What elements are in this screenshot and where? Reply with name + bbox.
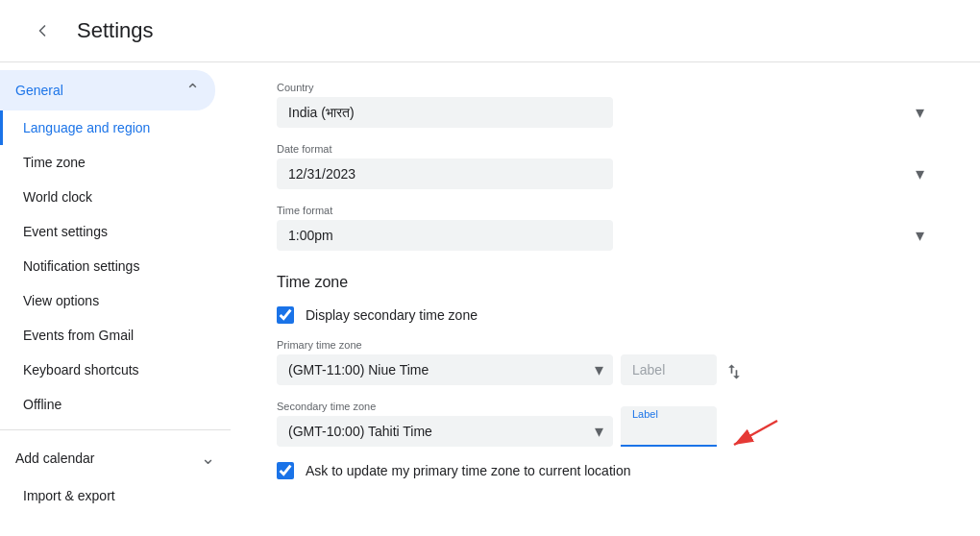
add-calendar-label: Add calendar [15,451,201,466]
sidebar-item-world-clock[interactable]: World clock [0,180,215,214]
sidebar-item-label: Language and region [23,120,150,135]
primary-label-button[interactable]: Label [621,354,717,385]
red-arrow-annotation [724,416,782,457]
display-secondary-label[interactable]: Display secondary time zone [306,307,478,323]
primary-timezone-select[interactable]: (GMT-11:00) Niue Time [277,354,613,385]
sidebar-general-label: General [15,83,63,98]
sidebar-item-label: Keyboard shortcuts [23,362,139,378]
sidebar-item-time-zone[interactable]: Time zone [0,145,215,180]
display-secondary-row: Display secondary time zone [277,306,934,324]
sidebar-add-calendar[interactable]: Add calendar ⌄ [0,438,231,478]
date-format-label: Date format [277,143,934,155]
secondary-label-field-label: Label [621,406,717,420]
sidebar-item-notification-settings[interactable]: Notification settings [0,249,215,283]
secondary-timezone-group: Secondary time zone (GMT-10:00) Tahiti T… [277,401,613,447]
sidebar-item-label: Event settings [23,224,108,239]
sidebar-item-label: Offline [23,397,61,412]
ask-update-label[interactable]: Ask to update my primary time zone to cu… [306,463,630,478]
time-format-select-wrapper: 1:00pm ▾ [277,220,934,251]
country-select-wrapper: India (भारत) ▾ [277,97,934,128]
page-title: Settings [77,18,154,43]
sidebar-item-keyboard-shortcuts[interactable]: Keyboard shortcuts [0,353,215,387]
country-dropdown-icon: ▾ [916,102,924,123]
primary-timezone-row: Primary time zone (GMT-11:00) Niue Time … [277,339,934,385]
time-format-label: Time format [277,205,934,216]
sidebar-item-import-export[interactable]: Import & export [0,478,215,513]
sidebar-item-label: Events from Gmail [23,328,134,343]
date-format-group: Date format 12/31/2023 ▾ [277,143,934,189]
date-format-select-wrapper: 12/31/2023 ▾ [277,158,934,189]
date-format-select[interactable]: 12/31/2023 [277,158,613,189]
time-format-group: Time format 1:00pm ▾ [277,205,934,251]
sidebar-item-event-settings[interactable]: Event settings [0,214,215,249]
back-button[interactable] [23,12,61,50]
country-select[interactable]: India (भारत) [277,97,613,128]
sidebar-item-offline[interactable]: Offline [0,387,215,422]
sidebar-item-label: Import & export [23,488,115,503]
primary-timezone-group: Primary time zone (GMT-11:00) Niue Time … [277,339,613,385]
sidebar-item-language-region[interactable]: Language and region [0,110,215,145]
sidebar-section-general[interactable]: General ⌃ [0,70,215,110]
time-format-select[interactable]: 1:00pm [277,220,613,251]
primary-timezone-select-wrapper: (GMT-11:00) Niue Time ▾ [277,354,613,385]
swap-icon-area[interactable] [724,362,744,385]
sidebar-item-label: World clock [23,189,92,205]
date-format-dropdown-icon: ▾ [916,163,924,184]
secondary-label-input[interactable] [621,420,717,447]
secondary-label-group: Label [621,406,717,447]
swap-icon [724,362,744,381]
ask-update-checkbox[interactable] [277,462,294,479]
sidebar-item-label: Time zone [23,155,86,170]
country-group: Country India (भारत) ▾ [277,82,934,128]
country-label: Country [277,82,934,93]
chevron-down-icon: ⌄ [201,448,215,469]
header: Settings [0,0,980,62]
ask-update-row: Ask to update my primary time zone to cu… [277,462,934,479]
secondary-timezone-label: Secondary time zone [277,401,613,412]
primary-label-group: Label [621,354,717,385]
secondary-timezone-row: Secondary time zone (GMT-10:00) Tahiti T… [277,401,934,447]
chevron-up-icon: ⌃ [185,80,200,101]
display-secondary-checkbox[interactable] [277,306,294,324]
time-format-dropdown-icon: ▾ [916,225,924,246]
main-content: Country India (भारत) ▾ Date format 12/31… [231,62,980,536]
sidebar-item-view-options[interactable]: View options [0,283,215,318]
secondary-timezone-select[interactable]: (GMT-10:00) Tahiti Time [277,416,613,447]
timezone-section-title: Time zone [277,274,934,291]
primary-timezone-label: Primary time zone [277,339,613,351]
sidebar-item-label: View options [23,293,99,308]
secondary-timezone-select-wrapper: (GMT-10:00) Tahiti Time ▾ [277,416,613,447]
sidebar-item-label: Notification settings [23,258,139,274]
sidebar-item-events-from-gmail[interactable]: Events from Gmail [0,318,215,353]
sidebar: General ⌃ Language and region Time zone … [0,62,231,536]
